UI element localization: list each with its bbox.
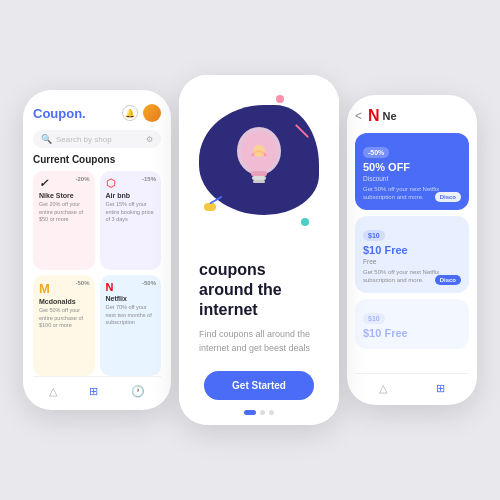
deal-card-3[interactable]: $10 $10 Free xyxy=(355,299,469,349)
airbnb-badge: -15% xyxy=(142,176,156,182)
mid-text-area: coupons around the internet Find coupons… xyxy=(179,246,339,425)
deal-badge-3: $10 xyxy=(363,313,385,324)
dots-indicator xyxy=(199,410,319,415)
search-icon: 🔍 xyxy=(41,134,52,144)
mcd-desc: Get 50% off your entire purchase of $100… xyxy=(39,307,89,330)
nike-badge: -20% xyxy=(75,176,89,182)
coupon-card-nike[interactable]: -20% ✓ Nike Store Get 20% off your entir… xyxy=(33,171,95,270)
coupon-card-mcd[interactable]: -50% M Mcdonalds Get 50% off your entire… xyxy=(33,275,95,376)
home-nav-right-icon[interactable]: △ xyxy=(379,382,387,395)
deal-title-2: $10 Free xyxy=(363,244,461,256)
left-header: Coupon. 🔔 xyxy=(33,104,161,122)
redeem-button-2[interactable]: Disco xyxy=(435,275,461,285)
decorative-dot-green xyxy=(301,218,309,226)
grid-nav-right-icon[interactable]: ⊞ xyxy=(436,382,445,395)
mcd-name: Mcdonalds xyxy=(39,298,89,305)
header-icons: 🔔 xyxy=(122,104,161,122)
deal-title-3: $10 Free xyxy=(363,327,461,339)
mid-heading: coupons around the internet xyxy=(199,260,319,320)
phone-mid: coupons around the internet Find coupons… xyxy=(179,75,339,425)
coupon-grid: -20% ✓ Nike Store Get 20% off your entir… xyxy=(33,171,161,376)
coupon-card-netflix[interactable]: -50% N Netflix Get 70% off your next two… xyxy=(100,275,162,376)
deal-sublabel-1: Discount xyxy=(363,175,461,182)
bottom-nav-right: △ ⊞ xyxy=(355,373,469,397)
mcd-badge: -50% xyxy=(75,280,89,286)
grid-nav-icon[interactable]: ⊞ xyxy=(89,385,98,398)
redeem-button-1[interactable]: Disco xyxy=(435,192,461,202)
dot-2 xyxy=(260,410,265,415)
deal-card-2[interactable]: $10 $10 Free Free Get 50% off your next … xyxy=(355,216,469,293)
svg-point-5 xyxy=(253,145,265,157)
section-title: Current Coupons xyxy=(33,154,161,165)
netflix-name: Netflix xyxy=(106,295,156,302)
mid-illustration xyxy=(179,75,339,246)
dot-1 xyxy=(244,410,256,415)
phone-left: Coupon. 🔔 🔍 Search by shop ⚙ Current Cou… xyxy=(23,90,171,410)
clock-nav-icon[interactable]: 🕐 xyxy=(131,385,145,398)
svg-rect-2 xyxy=(251,171,267,176)
back-arrow-icon[interactable]: < xyxy=(355,109,362,123)
brand-title: Coupon. xyxy=(33,106,86,121)
svg-rect-3 xyxy=(252,176,266,180)
avatar[interactable] xyxy=(143,104,161,122)
bottom-nav-left: △ ⊞ 🕐 xyxy=(33,376,161,402)
deal-sublabel-2: Free xyxy=(363,258,461,265)
search-bar[interactable]: 🔍 Search by shop ⚙ xyxy=(33,130,161,148)
deal-badge-1: -50% xyxy=(363,147,389,158)
netflix-logo-right: N xyxy=(368,107,379,125)
decorative-dot-pink xyxy=(276,95,284,103)
phones-container: Coupon. 🔔 🔍 Search by shop ⚙ Current Cou… xyxy=(0,0,500,500)
dot-3 xyxy=(269,410,274,415)
bulb-illustration xyxy=(224,116,294,206)
phone-right: < N Ne -50% 50% OFF Discount Get 50% off… xyxy=(347,95,477,405)
get-started-button[interactable]: Get Started xyxy=(204,371,314,400)
nike-desc: Get 20% off your entire purchase of $50 … xyxy=(39,201,89,224)
deal-card-1[interactable]: -50% 50% OFF Discount Get 50% off your n… xyxy=(355,133,469,210)
store-name-label: Ne xyxy=(383,110,397,122)
airbnb-name: Air bnb xyxy=(106,192,156,199)
search-placeholder: Search by shop xyxy=(56,135,142,144)
home-nav-icon[interactable]: △ xyxy=(49,385,57,398)
coupon-card-airbnb[interactable]: -15% ⬡ Air bnb Get 15% off your entire b… xyxy=(100,171,162,270)
mid-subtext: Find coupons all around the internet and… xyxy=(199,328,319,355)
nike-name: Nike Store xyxy=(39,192,89,199)
deal-badge-2: $10 xyxy=(363,230,385,241)
bell-icon[interactable]: 🔔 xyxy=(122,105,138,121)
airbnb-desc: Get 15% off your entire booking price of… xyxy=(106,201,156,224)
right-header: < N Ne xyxy=(355,107,469,125)
deal-title-1: 50% OFF xyxy=(363,161,461,173)
netflix-desc: Get 70% off your next two months of subs… xyxy=(106,304,156,327)
filter-icon: ⚙ xyxy=(146,135,153,144)
netflix-badge: -50% xyxy=(142,280,156,286)
svg-rect-4 xyxy=(253,180,265,183)
